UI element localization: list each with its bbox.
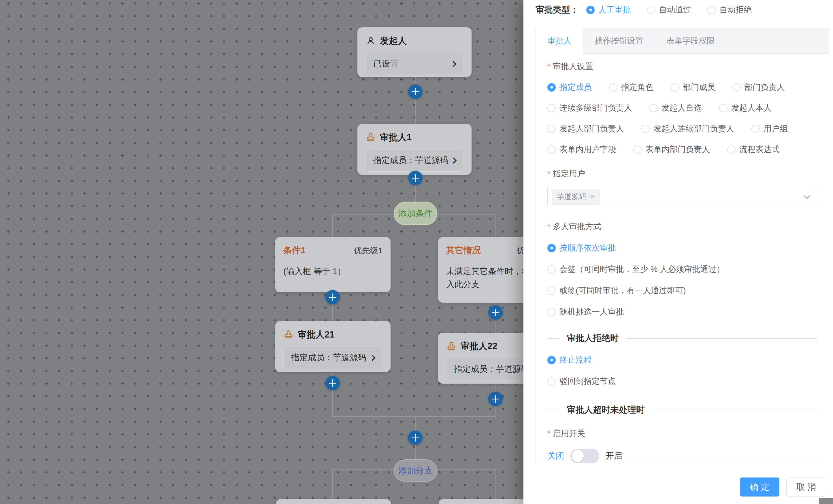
radio-dept-member[interactable]: 部门成员 [671,82,715,93]
radio-icon [719,104,728,112]
radio-label: 指定成员 [560,82,592,93]
enable-switch-label: 启用开关 [547,428,817,439]
radio-return-to-node[interactable]: 驳回到指定节点 [547,376,817,387]
tab-button-settings[interactable]: 操作按钮设置 [584,28,655,53]
connector-line [496,214,496,237]
radio-icon [671,83,679,92]
condition-title: 条件1 [283,245,306,256]
node-summary-text: 已设置 [373,58,398,70]
node-summary[interactable]: 指定成员：芋道源码 [283,347,382,369]
person-icon [365,36,376,46]
approver-setting-row4: 表单内用户字段 表单内部门负责人 流程表达式 [547,144,817,155]
add-node-button[interactable] [488,392,503,406]
add-node-button[interactable] [326,376,340,390]
tab-bar: 审批人 操作按钮设置 表单字段权限 [536,28,829,54]
node-initiator[interactable]: 发起人 已设置 [357,27,472,77]
approver-setting-row3: 发起人部门负责人 发起人连续部门负责人 用户组 [547,123,817,134]
connector-line [332,214,333,237]
radio-form-dept-leader[interactable]: 表单内部门负责人 [633,144,710,155]
radio-multi-level-dept-leader[interactable]: 连续多级部门负责人 [547,103,632,114]
radio-icon [547,377,556,386]
radio-icon [547,308,556,316]
radio-assigned-role[interactable]: 指定角色 [609,82,653,93]
radio-icon [547,146,556,154]
add-node-button[interactable] [326,290,340,304]
radio-label: 自动通过 [659,4,691,15]
connector-line [415,76,416,124]
radio-label: 终止流程 [560,355,592,366]
node-approver21[interactable]: 审批人21 指定成员：芋道源码 [275,321,390,372]
radio-initiator-select[interactable]: 发起人自选 [649,103,702,114]
radio-label: 发起人自选 [662,103,702,114]
confirm-button[interactable]: 确 定 [740,478,779,497]
radio-label: 或签(可同时审批，有一人通过即可) [560,285,686,296]
add-condition-button[interactable]: 添加条件 [394,202,437,225]
node-summary[interactable]: 已设置 [365,53,463,75]
radio-auto-reject[interactable]: 自动拒绝 [707,4,752,15]
timeout-enable-toggle[interactable] [570,449,599,463]
node-title: 审批人1 [380,131,412,144]
radio-label: 指定角色 [621,82,653,93]
radio-icon [547,286,556,295]
node-parallel1[interactable]: 并行1 无优先级 [276,499,391,504]
section-title: 审批人拒绝时 [567,332,619,344]
radio-process-expression[interactable]: 流程表达式 [727,144,780,155]
add-node-button[interactable] [488,305,503,320]
radio-label: 部门成员 [683,82,715,93]
branch-merge-line [332,416,496,417]
radio-orsign[interactable]: 或签(可同时审批，有一人通过即可) [547,285,817,296]
tab-field-permission[interactable]: 表单字段权限 [655,28,727,53]
radio-auto-approve[interactable]: 自动通过 [647,4,691,15]
add-node-button[interactable] [408,171,423,185]
radio-user-group[interactable]: 用户组 [752,123,788,134]
tab-approver[interactable]: 审批人 [536,28,584,54]
radio-assigned-member[interactable]: 指定成员 [547,82,592,93]
radio-label: 自动拒绝 [719,4,752,15]
radio-label: 驳回到指定节点 [560,376,616,387]
radio-form-user-field[interactable]: 表单内用户字段 [547,144,616,155]
remove-tag-icon[interactable]: × [590,193,595,201]
radio-icon [732,83,741,92]
radio-label: 部门负责人 [744,82,785,93]
settings-tabs: 审批人 操作按钮设置 表单字段权限 审批人设置 指定成员 指定角色 [536,28,829,463]
radio-label: 按顺序依次审批 [560,243,616,253]
radio-manual-approve[interactable]: 人工审批 [586,4,630,15]
assign-user-label: 指定用户 [547,168,817,179]
node-summary[interactable]: 指定成员：芋道源码 [365,149,463,172]
radio-initiator-self[interactable]: 发起人本人 [719,103,771,114]
radio-dept-leader[interactable]: 部门负责人 [732,82,785,93]
tab-body[interactable]: 审批人设置 指定成员 指定角色 部门成员 [536,54,829,463]
radio-label: 发起人连续部门负责人 [653,123,734,134]
timeout-switch-row: 关闭 开启 [547,449,817,463]
approver-setting-row2: 连续多级部门负责人 发起人自选 发起人本人 [547,103,817,114]
multi-mode-label: 多人审批方式 [547,221,817,232]
node-condition1[interactable]: 条件1 优先级1 (输入框 等于 1） [275,237,390,292]
reject-section-divider: 审批人拒绝时 [547,332,817,344]
radio-icon [707,6,716,14]
radio-icon [727,146,736,154]
add-branch-button[interactable]: 添加分支 [394,459,437,482]
assign-user-select[interactable]: 芋道源码 × [547,186,817,207]
reject-options: 终止流程 驳回到指定节点 [547,355,817,387]
node-approver1[interactable]: 审批人1 指定成员：芋道源码 [357,124,472,175]
approver-settings-drawer: 审批类型： 人工审批 自动通过 自动拒绝 审批人 操作按钮设置 表单字段权限 [523,0,833,504]
radio-terminate-process[interactable]: 终止流程 [547,355,817,366]
radio-icon [633,146,642,154]
radio-label: 表单内用户字段 [560,144,616,155]
radio-random-one[interactable]: 随机挑选一人审批 [547,306,817,318]
radio-icon [547,244,556,252]
cancel-button[interactable]: 取 消 [786,478,826,497]
approve-type-row: 审批类型： 人工审批 自动通过 自动拒绝 [536,2,768,18]
add-node-button[interactable] [408,431,423,445]
stamp-icon [283,329,294,340]
radio-sequential-approve[interactable]: 按顺序依次审批 [547,243,817,253]
radio-countersign[interactable]: 会签（可同时审批，至少 % 人必须审批通过） [547,264,817,275]
user-tag: 芋道源码 × [552,189,599,205]
user-tag-label: 芋道源码 [556,192,587,202]
add-node-button[interactable] [408,84,423,99]
radio-initiator-multi-dept-leader[interactable]: 发起人连续部门负责人 [641,123,734,134]
radio-label: 连续多级部门负责人 [560,103,632,114]
radio-initiator-dept-leader[interactable]: 发起人部门负责人 [547,123,624,134]
radio-icon [752,125,760,133]
approve-type-label: 审批类型： [536,4,579,16]
